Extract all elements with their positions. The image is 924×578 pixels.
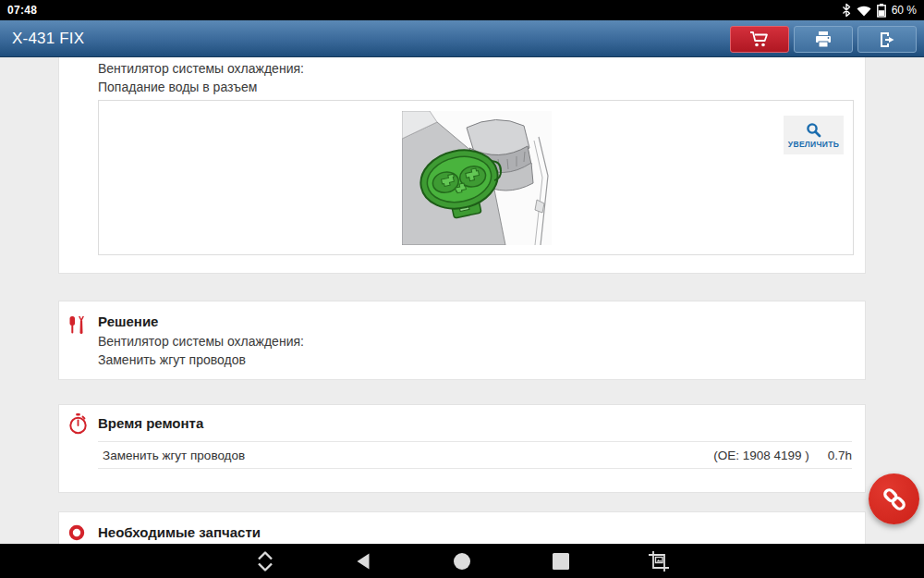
- app-bar: X-431 FIX: [0, 20, 924, 57]
- solution-title: Решение: [98, 314, 158, 329]
- collapse-icon[interactable]: [255, 549, 275, 573]
- solution-line-1: Вентилятор системы охлаждения:: [98, 332, 304, 350]
- app-title: X-431 FIX: [12, 30, 84, 48]
- status-bar: 07:48 60 %: [0, 0, 924, 20]
- screen: 07:48 60 % X-431 FIX: [0, 0, 924, 578]
- fault-line-1: Вентилятор системы охлаждения:: [98, 59, 304, 78]
- app-actions: [730, 26, 917, 53]
- exit-button[interactable]: [857, 26, 917, 53]
- parts-card: Необходимые запчасти: [58, 511, 866, 548]
- stopwatch-icon: [67, 412, 89, 436]
- repair-item-hours: 0.7h: [828, 449, 852, 462]
- fault-line-2: Попадание воды в разъем: [98, 78, 304, 96]
- back-icon[interactable]: [355, 552, 371, 571]
- print-button[interactable]: [794, 26, 853, 53]
- repair-item-oe: (OE: 1908 4199 ): [713, 449, 809, 462]
- ring-icon: [67, 523, 86, 542]
- fault-description: Вентилятор системы охлаждения: Попадание…: [98, 59, 304, 96]
- diagram-box: УВЕЛИЧИТЬ: [98, 100, 854, 255]
- exit-icon: [877, 31, 897, 49]
- solution-text: Вентилятор системы охлаждения: Заменить …: [98, 332, 304, 369]
- repair-time-card: Время ремонта Заменить жгут проводов (OE…: [58, 404, 866, 493]
- screenshot-icon[interactable]: [648, 550, 670, 572]
- wifi-icon: [857, 5, 871, 17]
- zoom-button-label: УВЕЛИЧИТЬ: [788, 140, 839, 149]
- tools-icon: [67, 314, 88, 337]
- magnifier-icon: [806, 122, 821, 138]
- parts-title: Необходимые запчасти: [98, 524, 261, 540]
- repair-time-title: Время ремонта: [98, 415, 203, 431]
- link-fab-button[interactable]: [869, 473, 919, 524]
- android-nav-bar: [0, 544, 924, 578]
- solution-line-2: Заменить жгут проводов: [98, 350, 304, 369]
- home-icon[interactable]: [453, 552, 471, 571]
- status-icons: 60 %: [841, 3, 917, 18]
- bluetooth-icon: [841, 3, 852, 18]
- solution-card: Решение Вентилятор системы охлаждения: З…: [58, 301, 866, 380]
- connector-illustration: [402, 111, 552, 245]
- cart-button[interactable]: [730, 26, 789, 53]
- repair-item-name: Заменить жгут проводов: [103, 449, 713, 462]
- cart-icon: [748, 31, 771, 49]
- repair-time-row[interactable]: Заменить жгут проводов (OE: 1908 4199 ) …: [103, 442, 852, 468]
- zoom-image-button[interactable]: УВЕЛИЧИТЬ: [784, 116, 844, 154]
- recents-icon[interactable]: [553, 552, 570, 570]
- battery-icon: [876, 3, 887, 18]
- chain-link-icon: [881, 486, 908, 513]
- divider: [98, 468, 852, 469]
- fault-card: Вентилятор системы охлаждения: Попадание…: [58, 57, 866, 274]
- printer-icon: [813, 31, 833, 49]
- clock: 07:48: [7, 4, 37, 17]
- battery-percent: 60 %: [892, 4, 917, 17]
